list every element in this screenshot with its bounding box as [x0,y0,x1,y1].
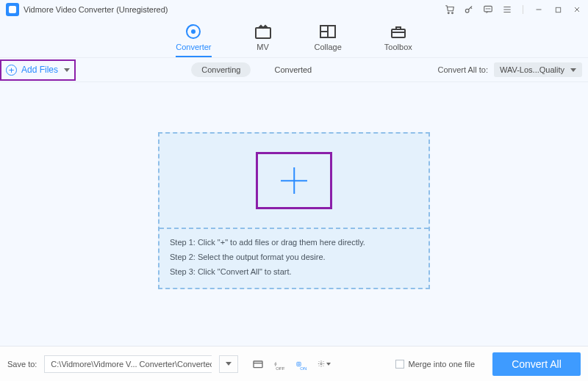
convert-all-to-label: Convert All to: [437,65,487,74]
save-path-dropdown[interactable] [219,355,238,373]
svg-point-9 [191,29,196,34]
app-logo [6,3,19,16]
hw-accel-off-icon[interactable]: OFF [273,358,287,371]
plus-circle-icon [6,65,17,76]
svg-point-5 [488,9,489,10]
merge-label: Merge into one file [409,360,476,369]
add-files-button[interactable]: Add Files [4,63,71,77]
gpu-on-icon[interactable]: ON [295,358,309,371]
tab-collage[interactable]: Collage [315,23,342,57]
menu-icon[interactable] [502,4,512,15]
minimize-icon[interactable] [534,4,544,15]
collage-icon [319,23,337,40]
work-area: Step 1: Click "+" to add files or drag t… [0,82,588,335]
chevron-down-icon [64,68,70,72]
output-format-value: WAV-Los...Quality [500,65,564,74]
svg-point-0 [448,12,449,14]
tab-label: Toolbox [384,43,412,51]
cart-icon[interactable] [445,4,455,15]
chevron-down-icon [226,362,232,366]
footer-bar: Save to: C:\Vidmore\Vidmore V... Convert… [0,346,588,381]
svg-point-15 [298,363,300,364]
converter-icon [184,23,202,40]
save-path-field[interactable]: C:\Vidmore\Vidmore V... Converter\Conver… [44,355,212,373]
key-icon[interactable] [464,4,474,15]
chevron-down-icon [570,68,576,72]
toolbox-icon [390,23,407,40]
subtab-converted[interactable]: Converted [264,62,322,77]
close-icon[interactable] [572,4,582,15]
svg-rect-7 [556,7,560,12]
output-format-select[interactable]: WAV-Los...Quality [494,62,582,77]
svg-rect-14 [297,362,301,366]
add-files-big-button[interactable] [256,152,332,209]
drop-zone-top [159,134,429,229]
title-bar: Vidmore Video Converter (Unregistered) [0,0,588,19]
convert-all-label: Convert All [512,358,562,370]
plus-icon [279,166,309,195]
svg-rect-10 [256,28,270,38]
save-to-label: Save to: [7,360,37,369]
step-1: Step 1: Click "+" to add files or drag t… [170,238,418,247]
maximize-icon[interactable] [553,4,563,15]
tab-label: Collage [315,43,342,51]
main-tabs: Converter MV Collage Toolbox [0,19,588,57]
checkbox-box [395,360,404,369]
subtab-converting[interactable]: Converting [191,62,251,77]
add-files-label: Add Files [21,65,58,75]
app-title: Vidmore Video Converter (Unregistered) [24,5,168,14]
svg-rect-13 [254,361,262,368]
svg-point-16 [320,363,323,365]
separator [523,5,523,14]
tab-converter[interactable]: Converter [176,23,211,57]
step-2: Step 2: Select the output format you des… [170,253,418,261]
svg-point-6 [490,9,490,10]
tab-toolbox[interactable]: Toolbox [384,23,412,57]
tab-label: Converter [176,43,211,51]
drop-zone[interactable]: Step 1: Click "+" to add files or drag t… [158,132,430,289]
svg-point-2 [465,9,469,12]
open-folder-icon[interactable] [251,358,265,371]
settings-icon[interactable] [318,358,331,371]
instruction-steps: Step 1: Click "+" to add files or drag t… [159,229,429,288]
merge-checkbox[interactable]: Merge into one file [395,360,476,369]
tab-mv[interactable]: MV [254,23,272,57]
sub-toolbar: Add Files Converting Converted Convert A… [0,57,588,82]
mv-icon [254,23,272,40]
svg-point-1 [452,12,453,14]
svg-rect-12 [392,29,405,37]
feedback-icon[interactable] [483,4,493,15]
step-3: Step 3: Click "Convert All" to start. [170,267,418,276]
svg-point-4 [486,9,487,10]
highlight-add-files: Add Files [0,59,76,81]
tab-label: MV [257,43,269,51]
convert-all-button[interactable]: Convert All [492,352,581,376]
